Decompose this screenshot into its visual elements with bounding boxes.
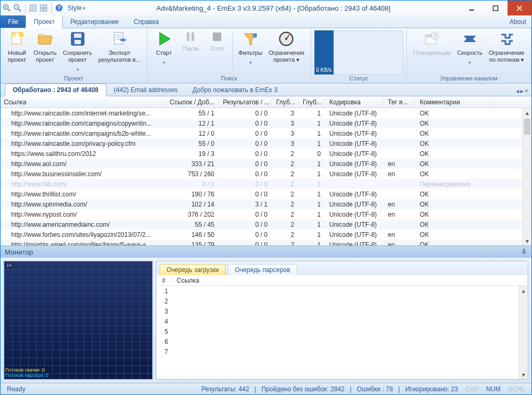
cell: Unicode (UTF-8) [325,160,384,168]
svg-point-23 [19,32,24,37]
cell: http://www.forbes.com/sites/ilyapozin/20… [1,231,165,238]
table-row[interactable]: http://www.spinmedia.com/102 / 143 / 121… [1,199,531,209]
queue-row[interactable]: 2 [156,296,528,306]
menu-project[interactable]: Проект [26,15,63,28]
cell: 0 / 0 [219,191,272,198]
tabs-next-icon[interactable]: ▸ [520,87,523,95]
cell: 3 [272,120,298,127]
thread-limit-button[interactable]: Ограничение по потокам ▾ [486,29,528,63]
col-url[interactable]: Ссылка [1,98,165,106]
table-row[interactable]: http://www.americanmediainc.com/55 / 450… [1,219,531,229]
queue-row[interactable]: 1 [156,286,528,296]
tab-processed[interactable]: Обработано : 2943 of 46408 [5,84,106,96]
col-depth1[interactable]: Глуб... [272,98,298,106]
table-row[interactable]: https://www.sailthru.com/201219 / 30 / 0… [1,149,531,159]
queue-tab-parsers[interactable]: Очередь парсеров [228,264,297,275]
queue-scroll-down-icon[interactable]: ▾ [519,370,528,379]
table-row[interactable]: http://www.raincastle.com/campaigns/b2b-… [1,128,531,138]
pause-button[interactable]: Пауза [177,29,204,52]
magnify-minus-icon[interactable] [13,4,22,12]
table-row[interactable]: http://www.aol.com/333 / 210 / 021Unicod… [1,159,531,169]
table-row[interactable]: http://www.raincastle.com/internet-marke… [1,108,531,118]
cell: http://www.americanmediainc.com/ [1,221,165,228]
table-row[interactable]: http://www.raincastle.com/privacy-policy… [1,138,531,149]
monitor-panel: Монитор 10 Потоков скачки: 0 Потоков пар… [1,245,531,383]
cell: 1 [298,201,325,208]
cell: http://insights.wired.com/profiles/blogs… [1,241,165,246]
minimize-button[interactable] [460,1,484,15]
queue-tab-download[interactable]: Очередь загрузки [160,264,226,275]
filters-button[interactable]: Фильтры▾ [235,29,265,66]
cell: 3 [272,140,298,147]
queue-row[interactable]: 6 [156,336,528,347]
cell: http://www.raincastle.com/internet-marke… [1,110,165,117]
col-links[interactable]: Ссылок / Доб... [165,98,219,106]
table-scrollbar[interactable]: ▴ ▾ [522,108,531,245]
speed-button[interactable]: Скорость▾ [454,29,486,66]
grid-icon[interactable] [39,4,48,12]
queue-scroll-up-icon[interactable]: ▴ [519,286,528,295]
col-comments[interactable]: Комментарии [415,98,490,106]
table-row[interactable]: http://www.fab.com/0 / 00 / 021Перенапра… [1,179,531,189]
svg-marker-32 [160,32,170,45]
tabs-close-icon[interactable]: × [525,87,528,95]
menu-file[interactable]: File [1,15,26,28]
start-button[interactable]: Старт▾ [151,29,177,66]
project-limits-button[interactable]: Ограничения проекта ▾ [265,29,307,63]
scroll-down-icon[interactable]: ▾ [523,236,531,245]
maximize-button[interactable] [484,1,508,15]
magnify-plus-icon[interactable] [3,4,11,12]
col-results[interactable]: Результатов / ... [219,98,272,106]
help-icon[interactable]: ? [55,4,63,12]
cell: 2 [272,211,298,218]
export-results-button[interactable]: Экспорт результатов в... [95,29,144,63]
save-project-button[interactable]: Сохранить проект▾ [60,29,95,73]
menu-editing[interactable]: Редактирование [63,15,126,28]
col-lang[interactable]: Тег я... [384,98,415,106]
cell: http://www.nypost.com/ [1,211,165,218]
open-project-button[interactable]: Открыть проект [30,29,60,63]
queue-row[interactable]: 7 [156,347,528,357]
cell: 1 [298,241,325,246]
cell: 1 [298,140,325,147]
table-row[interactable]: http://insights.wired.com/profiles/blogs… [1,240,531,245]
scroll-thumb[interactable] [524,119,530,135]
queue-row[interactable]: 3 [156,306,528,316]
svg-rect-12 [44,5,47,7]
queue-row[interactable]: 5 [156,326,528,336]
close-button[interactable] [508,1,531,15]
pin-icon[interactable] [521,249,527,255]
list-icon[interactable] [29,4,37,12]
ribbon-group-project: Проект [4,75,144,83]
queue-col-num[interactable]: # [156,277,171,284]
table-row[interactable]: http://www.raincastle.com/campaigns/copy… [1,118,531,128]
cell: Unicode (UTF-8) [325,130,384,137]
new-project-button[interactable]: Новый проект [4,29,30,63]
tab-welcome[interactable]: Добро пожаловать в EmEx 3 [185,84,285,96]
cell: 0 / 0 [219,231,272,238]
tab-emails[interactable]: (442) Email addresses [106,84,185,96]
scroll-up-icon[interactable]: ▴ [523,108,531,117]
stop-button[interactable]: Стоп [204,29,230,52]
svg-point-37 [253,34,257,38]
queue-rows: 1234567 ▴ ▾ [156,286,528,379]
col-depth2[interactable]: Глуб... [298,98,325,106]
table-row[interactable]: http://www.forbes.com/sites/ilyapozin/20… [1,229,531,240]
col-encoding[interactable]: Кодировка [325,98,384,106]
queue-row[interactable]: 4 [156,316,528,326]
menu-help[interactable]: Справка [126,15,166,28]
table-row[interactable]: http://www.businessinsider.com/753 / 260… [1,169,531,179]
table-row[interactable]: http://www.nypost.com/376 / 2020 / 021Un… [1,209,531,219]
queue-col-url[interactable]: Ссылка [171,277,528,284]
scheduler-button[interactable]: Планировщик [410,29,454,56]
cell: en [384,170,415,178]
queue-scrollbar[interactable]: ▴ ▾ [519,286,528,379]
style-dropdown[interactable]: Style ▾ [65,4,87,12]
svg-marker-31 [122,38,127,42]
table-row[interactable]: http://www.thrillist.com/190 / 760 / 021… [1,189,531,199]
cell: OK [415,241,490,246]
menu-about[interactable]: About [504,15,531,28]
clock-calendar-icon [423,30,440,47]
tabs-prev-icon[interactable]: ◂ [516,87,519,95]
stop-icon [211,30,223,43]
